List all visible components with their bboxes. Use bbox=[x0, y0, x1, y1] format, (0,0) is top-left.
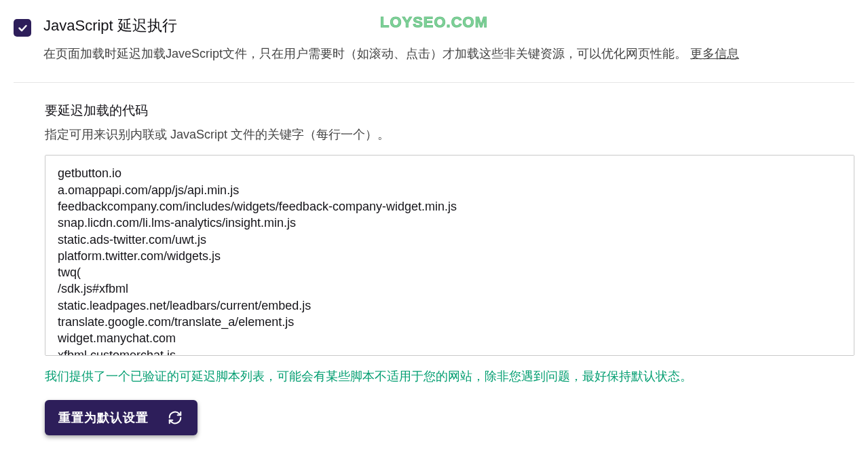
check-icon bbox=[17, 22, 29, 34]
option-description-text: 在页面加载时延迟加载JaveScript文件，只在用户需要时（如滚动、点击）才加… bbox=[43, 47, 687, 60]
option-title: JavaScript 延迟执行 bbox=[43, 16, 854, 36]
reset-button-label: 重置为默认设置 bbox=[58, 410, 149, 426]
option-header-row: JavaScript 延迟执行 在页面加载时延迟加载JaveScript文件，只… bbox=[14, 16, 854, 63]
reset-defaults-button[interactable]: 重置为默认设置 bbox=[45, 400, 197, 435]
section-subtitle: 指定可用来识别内联或 JavaScript 文件的关键字（每行一个）。 bbox=[45, 126, 854, 143]
delay-code-section: 要延迟加载的代码 指定可用来识别内联或 JavaScript 文件的关键字（每行… bbox=[14, 102, 854, 435]
delay-js-checkbox[interactable] bbox=[14, 19, 31, 37]
notice-text: 我们提供了一个已验证的可延迟脚本列表，可能会有某些脚本不适用于您的网站，除非您遇… bbox=[45, 367, 854, 386]
section-title: 要延迟加载的代码 bbox=[45, 102, 854, 120]
option-header-text: JavaScript 延迟执行 在页面加载时延迟加载JaveScript文件，只… bbox=[43, 16, 854, 63]
option-description: 在页面加载时延迟加载JaveScript文件，只在用户需要时（如滚动、点击）才加… bbox=[43, 44, 854, 64]
refresh-icon bbox=[168, 410, 183, 425]
delay-scripts-textarea[interactable] bbox=[45, 156, 854, 355]
textarea-wrapper bbox=[45, 155, 854, 356]
settings-panel: JavaScript 延迟执行 在页面加载时延迟加载JaveScript文件，只… bbox=[0, 0, 868, 449]
divider bbox=[14, 82, 854, 83]
more-info-link[interactable]: 更多信息 bbox=[690, 47, 739, 60]
